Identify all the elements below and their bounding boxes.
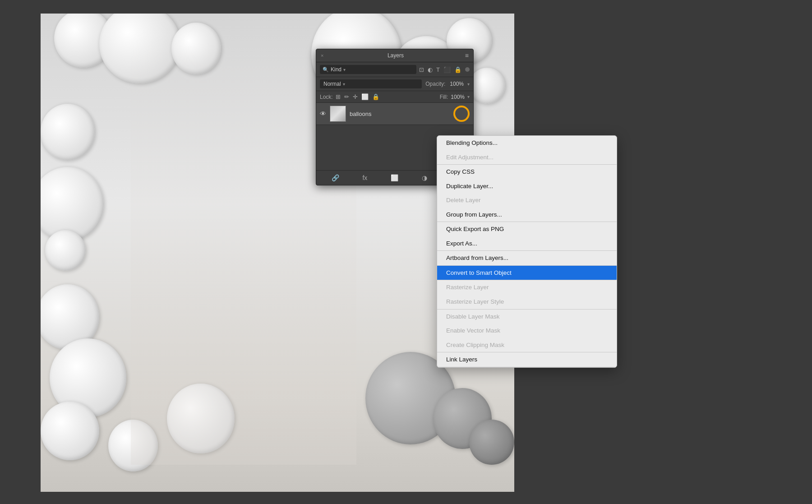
lock-artboard-icon[interactable]: ⬜ — [361, 93, 369, 100]
layer-options-indicator[interactable] — [453, 106, 470, 122]
menu-section-1: Blending Options... Edit Adjustment... — [437, 136, 617, 165]
lock-label: Lock: — [320, 94, 333, 100]
lock-move-icon[interactable]: ✛ — [353, 93, 358, 100]
fill-arrow-icon: ▾ — [467, 94, 470, 99]
balloon-13 — [41, 402, 99, 460]
link-icon[interactable]: 🔗 — [332, 174, 339, 181]
blend-mode-value: Normal — [323, 81, 341, 87]
opacity-arrow-icon: ▾ — [467, 82, 470, 87]
layer-visibility-icon[interactable]: 👁 — [320, 110, 326, 117]
layers-panel-titlebar: × Layers ≡ — [316, 49, 473, 62]
lock-icons: ⊞ ✏ ✛ ⬜ 🔒 — [336, 93, 437, 100]
menu-section-8: Link Layers — [437, 352, 617, 367]
menu-section-4: Artboard from Layers... — [437, 251, 617, 266]
balloon-7 — [469, 68, 505, 104]
layers-panel-title: Layers — [388, 52, 404, 59]
fx-icon[interactable]: fx — [362, 174, 367, 181]
blend-arrow-icon: ▾ — [343, 82, 345, 87]
menu-section-6: Rasterize Layer Rasterize Layer Style — [437, 280, 617, 309]
search-icon: 🔍 — [323, 67, 329, 73]
filter-text-icon[interactable]: T — [436, 66, 440, 73]
menu-item-quick-export-png[interactable]: Quick Export as PNG — [437, 222, 617, 236]
menu-item-edit-adjustment: Edit Adjustment... — [437, 150, 617, 165]
balloon-18 — [469, 420, 514, 465]
blend-mode-row: Normal ▾ Opacity: 100% ▾ — [316, 77, 473, 91]
balloon-9 — [41, 167, 104, 241]
filter-shape-icon[interactable]: ⬛ — [443, 66, 451, 73]
filter-arrow-icon: ▾ — [343, 67, 346, 72]
menu-item-copy-css[interactable]: Copy CSS — [437, 165, 617, 179]
lock-row: Lock: ⊞ ✏ ✛ ⬜ 🔒 Fill: 100% ▾ — [316, 91, 473, 103]
menu-item-group-from-layers[interactable]: Group from Layers... — [437, 208, 617, 222]
panel-close-icon[interactable]: × — [321, 53, 326, 58]
mask-icon[interactable]: ⬜ — [391, 174, 398, 181]
filter-active-dot — [465, 67, 470, 72]
adjustment-icon[interactable]: ◑ — [422, 174, 427, 181]
menu-section-7: Disable Layer Mask Enable Vector Mask Cr… — [437, 310, 617, 353]
layer-name-label: balloons — [350, 111, 450, 117]
fill-value[interactable]: 100% — [451, 94, 465, 100]
layer-row-balloons[interactable]: 👁 balloons — [316, 103, 473, 125]
balloon-8 — [41, 104, 95, 160]
menu-section-2: Copy CSS Duplicate Layer... Delete Layer… — [437, 165, 617, 222]
canvas-area: × Layers ≡ 🔍 Kind ▾ ⊡ ◐ T ⬛ 🔒 Normal — [0, 0, 812, 504]
opacity-label: Opacity: — [425, 81, 445, 87]
menu-item-link-layers[interactable]: Link Layers — [437, 352, 617, 367]
filter-icons: ⊡ ◐ T ⬛ 🔒 — [419, 66, 470, 73]
menu-item-create-clipping-mask: Create Clipping Mask — [437, 338, 617, 352]
filter-smart-icon[interactable]: 🔒 — [454, 66, 461, 73]
menu-item-artboard-from-layers[interactable]: Artboard from Layers... — [437, 251, 617, 265]
menu-item-convert-to-smart-object[interactable]: Convert to Smart Object — [437, 266, 617, 280]
balloon-10 — [45, 230, 86, 271]
lock-all-icon[interactable]: 🔒 — [372, 93, 379, 100]
layer-thumbnail — [330, 106, 346, 122]
fill-label: Fill: — [440, 94, 448, 100]
filter-search[interactable]: 🔍 Kind ▾ — [320, 65, 416, 74]
menu-item-disable-layer-mask: Disable Layer Mask — [437, 310, 617, 324]
filter-adjustment-icon[interactable]: ◐ — [428, 66, 433, 73]
filter-kind-label: Kind — [331, 66, 341, 73]
opacity-value[interactable]: 100% — [450, 81, 464, 87]
blend-mode-select[interactable]: Normal ▾ — [320, 79, 422, 88]
lock-paint-icon[interactable]: ✏ — [344, 93, 349, 100]
lock-transparency-icon[interactable]: ⊞ — [336, 93, 341, 100]
menu-item-rasterize-layer-style: Rasterize Layer Style — [437, 295, 617, 309]
panel-menu-icon[interactable]: ≡ — [465, 52, 469, 59]
menu-section-3: Quick Export as PNG Export As... — [437, 222, 617, 251]
context-menu: Blending Options... Edit Adjustment... C… — [437, 135, 617, 368]
menu-section-5: Convert to Smart Object — [437, 266, 617, 281]
menu-item-export-as[interactable]: Export As... — [437, 236, 617, 251]
menu-item-enable-vector-mask: Enable Vector Mask — [437, 324, 617, 338]
menu-item-delete-layer: Delete Layer — [437, 193, 617, 208]
menu-item-rasterize-layer: Rasterize Layer — [437, 280, 617, 295]
menu-item-blending-options[interactable]: Blending Options... — [437, 136, 617, 150]
layer-thumb-image — [330, 106, 346, 121]
menu-item-duplicate-layer[interactable]: Duplicate Layer... — [437, 179, 617, 194]
layers-filter-row: 🔍 Kind ▾ ⊡ ◐ T ⬛ 🔒 — [316, 62, 473, 77]
filter-pixel-icon[interactable]: ⊡ — [419, 66, 424, 73]
